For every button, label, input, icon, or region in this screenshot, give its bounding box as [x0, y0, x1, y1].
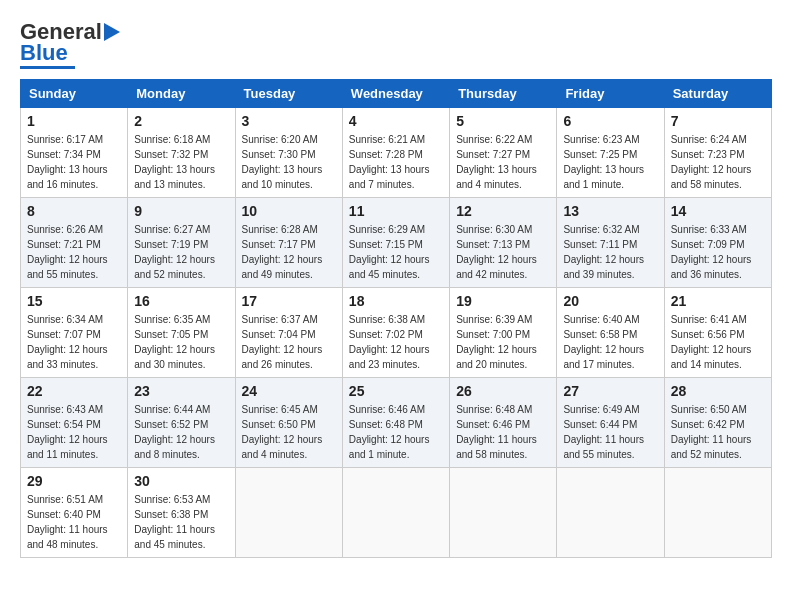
day-number: 16: [134, 293, 228, 309]
calendar-cell: 6Sunrise: 6:23 AMSunset: 7:25 PMDaylight…: [557, 108, 664, 198]
calendar-body: 1Sunrise: 6:17 AMSunset: 7:34 PMDaylight…: [21, 108, 772, 558]
day-number: 7: [671, 113, 765, 129]
day-info: Sunrise: 6:51 AMSunset: 6:40 PMDaylight:…: [27, 492, 121, 552]
day-info: Sunrise: 6:53 AMSunset: 6:38 PMDaylight:…: [134, 492, 228, 552]
calendar-cell: 23Sunrise: 6:44 AMSunset: 6:52 PMDayligh…: [128, 378, 235, 468]
day-number: 2: [134, 113, 228, 129]
logo-blue: Blue: [20, 42, 68, 64]
day-info: Sunrise: 6:27 AMSunset: 7:19 PMDaylight:…: [134, 222, 228, 282]
day-info: Sunrise: 6:30 AMSunset: 7:13 PMDaylight:…: [456, 222, 550, 282]
calendar-cell: 4Sunrise: 6:21 AMSunset: 7:28 PMDaylight…: [342, 108, 449, 198]
calendar-cell: 25Sunrise: 6:46 AMSunset: 6:48 PMDayligh…: [342, 378, 449, 468]
calendar-cell: 11Sunrise: 6:29 AMSunset: 7:15 PMDayligh…: [342, 198, 449, 288]
calendar-cell: 14Sunrise: 6:33 AMSunset: 7:09 PMDayligh…: [664, 198, 771, 288]
day-number: 10: [242, 203, 336, 219]
day-info: Sunrise: 6:40 AMSunset: 6:58 PMDaylight:…: [563, 312, 657, 372]
day-number: 28: [671, 383, 765, 399]
calendar-cell: 21Sunrise: 6:41 AMSunset: 6:56 PMDayligh…: [664, 288, 771, 378]
logo-underline: [20, 66, 75, 69]
calendar-cell: 28Sunrise: 6:50 AMSunset: 6:42 PMDayligh…: [664, 378, 771, 468]
day-number: 24: [242, 383, 336, 399]
calendar-cell: 2Sunrise: 6:18 AMSunset: 7:32 PMDaylight…: [128, 108, 235, 198]
logo: General Blue: [20, 20, 120, 69]
calendar-cell: 15Sunrise: 6:34 AMSunset: 7:07 PMDayligh…: [21, 288, 128, 378]
day-number: 11: [349, 203, 443, 219]
day-number: 21: [671, 293, 765, 309]
calendar-cell: 1Sunrise: 6:17 AMSunset: 7:34 PMDaylight…: [21, 108, 128, 198]
page-header: General Blue: [20, 20, 772, 69]
day-number: 18: [349, 293, 443, 309]
calendar-week-row: 15Sunrise: 6:34 AMSunset: 7:07 PMDayligh…: [21, 288, 772, 378]
calendar-cell: 7Sunrise: 6:24 AMSunset: 7:23 PMDaylight…: [664, 108, 771, 198]
day-info: Sunrise: 6:41 AMSunset: 6:56 PMDaylight:…: [671, 312, 765, 372]
day-number: 1: [27, 113, 121, 129]
logo-arrow-icon: [104, 23, 120, 41]
calendar-table: SundayMondayTuesdayWednesdayThursdayFrid…: [20, 79, 772, 558]
day-number: 12: [456, 203, 550, 219]
calendar-week-row: 8Sunrise: 6:26 AMSunset: 7:21 PMDaylight…: [21, 198, 772, 288]
calendar-cell: [557, 468, 664, 558]
calendar-week-row: 1Sunrise: 6:17 AMSunset: 7:34 PMDaylight…: [21, 108, 772, 198]
day-info: Sunrise: 6:23 AMSunset: 7:25 PMDaylight:…: [563, 132, 657, 192]
day-number: 4: [349, 113, 443, 129]
calendar-cell: 3Sunrise: 6:20 AMSunset: 7:30 PMDaylight…: [235, 108, 342, 198]
calendar-cell: 13Sunrise: 6:32 AMSunset: 7:11 PMDayligh…: [557, 198, 664, 288]
day-number: 6: [563, 113, 657, 129]
day-info: Sunrise: 6:28 AMSunset: 7:17 PMDaylight:…: [242, 222, 336, 282]
weekday-header-monday: Monday: [128, 80, 235, 108]
weekday-header-tuesday: Tuesday: [235, 80, 342, 108]
day-number: 19: [456, 293, 550, 309]
weekday-header-thursday: Thursday: [450, 80, 557, 108]
day-number: 25: [349, 383, 443, 399]
calendar-cell: 12Sunrise: 6:30 AMSunset: 7:13 PMDayligh…: [450, 198, 557, 288]
calendar-cell: 29Sunrise: 6:51 AMSunset: 6:40 PMDayligh…: [21, 468, 128, 558]
day-info: Sunrise: 6:29 AMSunset: 7:15 PMDaylight:…: [349, 222, 443, 282]
day-number: 17: [242, 293, 336, 309]
day-info: Sunrise: 6:39 AMSunset: 7:00 PMDaylight:…: [456, 312, 550, 372]
day-info: Sunrise: 6:46 AMSunset: 6:48 PMDaylight:…: [349, 402, 443, 462]
day-info: Sunrise: 6:44 AMSunset: 6:52 PMDaylight:…: [134, 402, 228, 462]
calendar-week-row: 29Sunrise: 6:51 AMSunset: 6:40 PMDayligh…: [21, 468, 772, 558]
day-info: Sunrise: 6:17 AMSunset: 7:34 PMDaylight:…: [27, 132, 121, 192]
day-number: 22: [27, 383, 121, 399]
day-info: Sunrise: 6:18 AMSunset: 7:32 PMDaylight:…: [134, 132, 228, 192]
day-info: Sunrise: 6:37 AMSunset: 7:04 PMDaylight:…: [242, 312, 336, 372]
calendar-cell: 22Sunrise: 6:43 AMSunset: 6:54 PMDayligh…: [21, 378, 128, 468]
weekday-header-sunday: Sunday: [21, 80, 128, 108]
calendar-cell: 18Sunrise: 6:38 AMSunset: 7:02 PMDayligh…: [342, 288, 449, 378]
calendar-cell: 9Sunrise: 6:27 AMSunset: 7:19 PMDaylight…: [128, 198, 235, 288]
calendar-cell: [235, 468, 342, 558]
calendar-cell: 10Sunrise: 6:28 AMSunset: 7:17 PMDayligh…: [235, 198, 342, 288]
day-info: Sunrise: 6:24 AMSunset: 7:23 PMDaylight:…: [671, 132, 765, 192]
day-info: Sunrise: 6:43 AMSunset: 6:54 PMDaylight:…: [27, 402, 121, 462]
day-info: Sunrise: 6:20 AMSunset: 7:30 PMDaylight:…: [242, 132, 336, 192]
day-number: 29: [27, 473, 121, 489]
day-info: Sunrise: 6:48 AMSunset: 6:46 PMDaylight:…: [456, 402, 550, 462]
day-number: 5: [456, 113, 550, 129]
calendar-cell: [450, 468, 557, 558]
day-number: 26: [456, 383, 550, 399]
calendar-cell: 27Sunrise: 6:49 AMSunset: 6:44 PMDayligh…: [557, 378, 664, 468]
day-number: 30: [134, 473, 228, 489]
calendar-cell: 19Sunrise: 6:39 AMSunset: 7:00 PMDayligh…: [450, 288, 557, 378]
day-info: Sunrise: 6:45 AMSunset: 6:50 PMDaylight:…: [242, 402, 336, 462]
day-info: Sunrise: 6:38 AMSunset: 7:02 PMDaylight:…: [349, 312, 443, 372]
weekday-header-friday: Friday: [557, 80, 664, 108]
calendar-cell: 16Sunrise: 6:35 AMSunset: 7:05 PMDayligh…: [128, 288, 235, 378]
day-info: Sunrise: 6:21 AMSunset: 7:28 PMDaylight:…: [349, 132, 443, 192]
day-info: Sunrise: 6:34 AMSunset: 7:07 PMDaylight:…: [27, 312, 121, 372]
day-number: 23: [134, 383, 228, 399]
weekday-header-wednesday: Wednesday: [342, 80, 449, 108]
day-info: Sunrise: 6:22 AMSunset: 7:27 PMDaylight:…: [456, 132, 550, 192]
day-info: Sunrise: 6:33 AMSunset: 7:09 PMDaylight:…: [671, 222, 765, 282]
weekday-header-saturday: Saturday: [664, 80, 771, 108]
calendar-cell: 20Sunrise: 6:40 AMSunset: 6:58 PMDayligh…: [557, 288, 664, 378]
calendar-cell: 5Sunrise: 6:22 AMSunset: 7:27 PMDaylight…: [450, 108, 557, 198]
day-info: Sunrise: 6:26 AMSunset: 7:21 PMDaylight:…: [27, 222, 121, 282]
calendar-cell: 17Sunrise: 6:37 AMSunset: 7:04 PMDayligh…: [235, 288, 342, 378]
day-info: Sunrise: 6:50 AMSunset: 6:42 PMDaylight:…: [671, 402, 765, 462]
day-info: Sunrise: 6:35 AMSunset: 7:05 PMDaylight:…: [134, 312, 228, 372]
calendar-cell: 24Sunrise: 6:45 AMSunset: 6:50 PMDayligh…: [235, 378, 342, 468]
calendar-cell: 26Sunrise: 6:48 AMSunset: 6:46 PMDayligh…: [450, 378, 557, 468]
day-number: 14: [671, 203, 765, 219]
